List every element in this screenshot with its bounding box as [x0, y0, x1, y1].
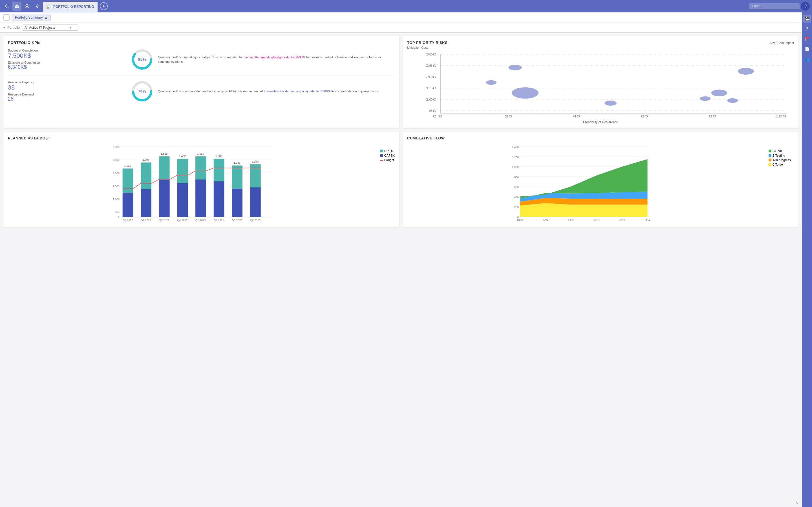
kpi-title: PORTFOLIO KPIs	[8, 41, 395, 45]
svg-rect-63	[177, 159, 188, 183]
checkbox[interactable]	[3, 14, 10, 20]
home-icon[interactable]	[12, 2, 21, 11]
estimate-value: 6,340K$	[8, 64, 126, 70]
svg-text:Q2 2022: Q2 2022	[141, 219, 151, 222]
svg-text:300: 300	[425, 53, 437, 56]
legend-budget: Budget	[380, 158, 395, 162]
svg-rect-71	[232, 188, 243, 217]
opex-label: OPEX	[384, 149, 393, 153]
risks-card: TOP PRIORITY RISKS Size: Cost Impact Mit…	[403, 36, 799, 128]
budget-desc: Quarterly portfolio spending vs budged. …	[158, 55, 395, 64]
svg-text:Q4 2022: Q4 2022	[177, 219, 188, 222]
budget-desc-prefix: Quarterly portfolio spending vs budged. …	[158, 55, 243, 59]
top-nav: 📊 PORTFOLIO REPORTING + ☽	[0, 0, 812, 12]
svg-point-34	[605, 101, 617, 106]
svg-point-0	[5, 5, 8, 7]
dropdown-value: All Active IT Projects	[24, 25, 55, 30]
svg-text:200: 200	[425, 75, 437, 78]
svg-text:200: 200	[514, 205, 519, 209]
svg-text:2,000: 2,000	[113, 172, 120, 175]
legend-opex: OPEX	[380, 149, 395, 153]
theme-toggle[interactable]: ☽	[801, 2, 810, 11]
cumulative-legend: 3-Done 2-Testing 1-In progress 0-To	[769, 149, 794, 166]
svg-text:100: 100	[775, 115, 786, 118]
budget-label: Budget at Completion	[8, 49, 126, 52]
legend-capex: CAPEX	[380, 154, 395, 157]
scatter-chart: 300 250 200 150 100 50 0 0 20 40 60 80 1…	[407, 52, 794, 119]
portfolio-dropdown[interactable]: All Active IT Projects ▾	[22, 24, 79, 31]
flag-sidebar-icon[interactable]: 🚩	[803, 35, 811, 43]
svg-text:60: 60	[641, 115, 648, 118]
filter-input[interactable]	[749, 3, 800, 9]
search-icon[interactable]	[2, 2, 11, 11]
resource-desc: Quarterly portfolio resource demand vs c…	[158, 89, 395, 94]
svg-rect-72	[232, 166, 243, 189]
svg-marker-2	[25, 4, 29, 7]
capacity-label: Resource Capacity	[8, 80, 126, 84]
svg-rect-59	[159, 179, 170, 217]
main-content: Portfolio Summary ☰ ▾ Portfolio All Acti…	[0, 12, 812, 507]
demand-value: 28	[8, 96, 126, 102]
bulb-icon[interactable]	[33, 2, 42, 11]
planned-title: PLANNED VS BUDGET	[8, 136, 395, 140]
svg-point-33	[512, 87, 539, 99]
svg-text:1,586: 1,586	[197, 152, 204, 155]
svg-rect-60	[159, 156, 170, 179]
svg-text:0: 0	[439, 115, 442, 118]
cumulative-card: CUMULATIVE FLOW 1,400 1,200 1,000 800	[403, 131, 799, 227]
svg-point-38	[738, 68, 754, 75]
svg-text:1,500: 1,500	[113, 184, 120, 187]
svg-text:50: 50	[429, 109, 437, 112]
svg-text:1,535: 1,535	[215, 154, 222, 158]
svg-text:Q1 2023: Q1 2023	[195, 219, 206, 222]
sidebar: 💾 ? 🚩 📄 👥	[802, 12, 812, 507]
done-label: 3-Done	[772, 149, 783, 153]
capex-label: CAPEX	[384, 154, 395, 157]
kpi-card: PORTFOLIO KPIs Budget at Completion 7,50…	[3, 36, 399, 128]
svg-point-3	[36, 5, 38, 7]
svg-rect-56	[141, 189, 151, 217]
svg-text:1,595: 1,595	[161, 152, 167, 155]
svg-text:1,000: 1,000	[512, 165, 519, 168]
svg-rect-66	[195, 156, 206, 179]
inprogress-label: 1-In progress	[772, 158, 791, 162]
layers-icon[interactable]	[22, 2, 32, 11]
add-tab-btn[interactable]: +	[100, 2, 108, 10]
dashboard: PORTFOLIO KPIs Budget at Completion 7,50…	[0, 33, 802, 230]
svg-text:1,462: 1,462	[179, 154, 186, 158]
svg-point-37	[727, 98, 738, 103]
svg-text:APR: APR	[619, 218, 625, 221]
svg-point-31	[486, 80, 497, 85]
capacity-value: 38	[8, 84, 126, 91]
legend-testing: 2-Testing	[769, 154, 794, 157]
svg-text:800: 800	[514, 175, 519, 179]
portfolio-tab[interactable]: 📊 PORTFOLIO REPORTING	[43, 2, 98, 12]
save-sidebar-icon[interactable]: 💾	[803, 15, 811, 22]
svg-text:Q4 2023: Q4 2023	[250, 219, 260, 222]
resize-handle[interactable]: ⤡	[795, 500, 800, 505]
portfolio-summary-tab[interactable]: Portfolio Summary ☰	[12, 14, 51, 21]
svg-rect-74	[250, 187, 261, 217]
legend-done: 3-Done	[769, 149, 794, 153]
svg-text:Q2 2023: Q2 2023	[213, 219, 224, 222]
size-label: Size: Cost Impact	[770, 41, 794, 45]
help-sidebar-icon[interactable]: ?	[803, 25, 811, 33]
svg-text:2,500: 2,500	[113, 158, 120, 161]
users-sidebar-icon[interactable]: 👥	[803, 55, 811, 63]
tab-text: Portfolio Summary	[15, 15, 43, 19]
svg-text:1,032: 1,032	[124, 164, 131, 167]
svg-text:1,400: 1,400	[512, 145, 519, 149]
estimate-label: Estimate at Completion	[8, 61, 126, 64]
legend-todo: 0-To do	[769, 163, 794, 166]
svg-text:1,233: 1,233	[234, 161, 241, 164]
svg-text:Q3 2023: Q3 2023	[232, 219, 242, 222]
budget-pct-label: 85%	[138, 57, 146, 62]
svg-marker-101	[520, 203, 647, 217]
svg-rect-68	[214, 181, 224, 217]
hamburger-icon[interactable]: ☰	[45, 15, 48, 19]
report-sidebar-icon[interactable]: 📄	[803, 45, 811, 53]
budget-label: Budget	[384, 158, 394, 162]
planned-legend: OPEX CAPEX Budget	[380, 149, 395, 162]
todo-label: 0-To do	[772, 163, 783, 166]
budget-desc-highlight: maintain the spending/budget ratio to 60…	[243, 55, 305, 59]
